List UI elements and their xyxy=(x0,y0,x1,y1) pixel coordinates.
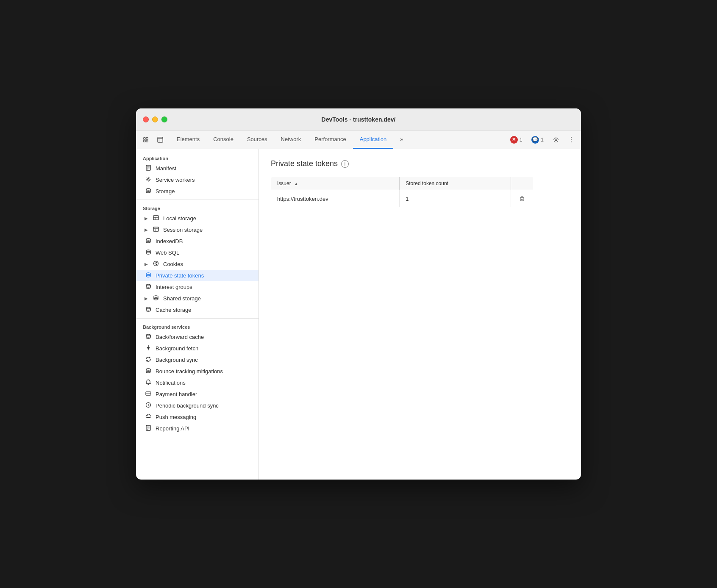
push-messaging-label: Push messaging xyxy=(156,414,196,420)
shared-storage-label: Shared storage xyxy=(163,295,201,302)
traffic-lights xyxy=(143,116,167,122)
payment-handler-label: Payment handler xyxy=(156,391,197,397)
interest-groups-label: Interest groups xyxy=(156,284,192,290)
settings-icon[interactable] xyxy=(550,133,562,146)
sort-asc-icon: ▲ xyxy=(294,181,298,186)
back-forward-cache-label: Back/forward cache xyxy=(156,334,204,340)
tab-console[interactable]: Console xyxy=(206,130,240,149)
svg-rect-14 xyxy=(153,216,158,220)
cell-actions xyxy=(511,190,534,208)
db-icon-3 xyxy=(145,272,152,279)
web-sql-label: Web SQL xyxy=(156,250,179,256)
db-icon-4 xyxy=(145,283,152,291)
svg-point-28 xyxy=(154,296,158,297)
card-icon xyxy=(145,391,152,398)
cell-issuer: https://trusttoken.dev xyxy=(271,190,400,208)
db-icon-7 xyxy=(145,333,152,341)
warn-count: 1 xyxy=(541,137,544,143)
sidebar-item-push-messaging[interactable]: Push messaging xyxy=(136,411,258,423)
col-issuer[interactable]: Issuer ▲ xyxy=(271,177,400,190)
error-icon: ✕ xyxy=(510,136,518,144)
sidebar-item-cookies[interactable]: ▶ Cookies xyxy=(136,258,258,270)
sidebar-item-web-sql[interactable]: Web SQL xyxy=(136,247,258,258)
inspect-icon[interactable] xyxy=(154,133,167,146)
notifications-label: Notifications xyxy=(156,380,186,386)
delete-button[interactable] xyxy=(517,194,527,204)
cookies-label: Cookies xyxy=(163,261,183,267)
svg-rect-4 xyxy=(158,137,163,142)
minimize-button[interactable] xyxy=(152,116,158,122)
arrow-icon: ▶ xyxy=(145,216,148,221)
table-icon-2 xyxy=(152,226,160,233)
content-area: Private state tokens i Issuer ▲ Stored t… xyxy=(259,149,581,480)
local-storage-label: Local storage xyxy=(163,215,196,222)
svg-point-21 xyxy=(146,250,150,252)
sync-icon xyxy=(145,356,152,363)
bounce-tracking-label: Bounce tracking mitigations xyxy=(156,368,223,374)
tab-performance[interactable]: Performance xyxy=(308,130,353,149)
session-storage-label: Session storage xyxy=(163,227,203,233)
toolbar: Elements Console Sources Network Perform… xyxy=(136,130,581,149)
sidebar-item-payment-handler[interactable]: Payment handler xyxy=(136,388,258,400)
sidebar-item-session-storage[interactable]: ▶ Session storage xyxy=(136,224,258,236)
close-button[interactable] xyxy=(143,116,149,122)
gear-icon xyxy=(145,176,152,183)
db-icon-2 xyxy=(145,249,152,256)
sidebar-item-back-forward-cache[interactable]: Back/forward cache xyxy=(136,331,258,343)
sidebar-item-storage-app[interactable]: Storage xyxy=(136,186,258,197)
background-sync-label: Background sync xyxy=(156,357,198,363)
svg-point-24 xyxy=(156,264,157,265)
divider-2 xyxy=(136,318,258,319)
svg-point-25 xyxy=(156,262,157,263)
sidebar-item-notifications[interactable]: Notifications xyxy=(136,377,258,388)
sidebar-item-bounce-tracking[interactable]: Bounce tracking mitigations xyxy=(136,366,258,377)
tab-more[interactable]: » xyxy=(393,130,410,149)
sidebar-item-indexeddb[interactable]: IndexedDB xyxy=(136,236,258,247)
tab-application[interactable]: Application xyxy=(353,130,394,149)
maximize-button[interactable] xyxy=(161,116,167,122)
info-icon[interactable]: i xyxy=(341,160,349,168)
background-section-label: Background services xyxy=(136,321,258,331)
sidebar-item-private-state-tokens[interactable]: Private state tokens xyxy=(136,270,258,281)
manifest-label: Manifest xyxy=(156,165,176,172)
content-title: Private state tokens i xyxy=(271,159,569,168)
tab-elements[interactable]: Elements xyxy=(170,130,206,149)
db-icon-8 xyxy=(145,368,152,375)
cell-token-count: 1 xyxy=(400,190,511,208)
cookie-icon xyxy=(152,261,160,268)
svg-rect-3 xyxy=(146,140,148,141)
sidebar-item-local-storage[interactable]: ▶ Local storage xyxy=(136,213,258,224)
col-issuer-label: Issuer xyxy=(277,180,291,186)
sidebar-item-cache-storage[interactable]: Cache storage xyxy=(136,304,258,316)
svg-point-33 xyxy=(146,369,150,370)
sidebar-item-shared-storage[interactable]: ▶ Shared storage xyxy=(136,293,258,304)
storage-section-label: Storage xyxy=(136,202,258,213)
window-title: DevTools - trusttoken.dev/ xyxy=(322,116,396,123)
tab-network[interactable]: Network xyxy=(274,130,308,149)
service-workers-label: Service workers xyxy=(156,177,195,183)
error-badge-button[interactable]: ✕ 1 xyxy=(507,135,526,145)
more-options-icon[interactable]: ⋮ xyxy=(565,133,578,146)
tab-sources[interactable]: Sources xyxy=(240,130,274,149)
sidebar-item-service-workers[interactable]: Service workers xyxy=(136,174,258,186)
sidebar-item-manifest[interactable]: Manifest xyxy=(136,163,258,174)
db-icon-5 xyxy=(152,295,160,302)
reporting-api-label: Reporting API xyxy=(156,425,189,432)
svg-point-27 xyxy=(146,284,150,286)
svg-point-22 xyxy=(154,261,158,266)
sidebar-item-interest-groups[interactable]: Interest groups xyxy=(136,281,258,293)
bell-icon xyxy=(145,379,152,386)
main-content: Application Manifest xyxy=(136,149,581,480)
table-row: https://trusttoken.dev 1 xyxy=(271,190,534,208)
divider-1 xyxy=(136,200,258,200)
svg-point-23 xyxy=(155,263,156,263)
sidebar-item-periodic-background-sync[interactable]: Periodic background sync xyxy=(136,400,258,411)
sidebar-item-reporting-api[interactable]: Reporting API xyxy=(136,423,258,434)
warn-badge-button[interactable]: 💬 1 xyxy=(528,135,547,145)
sidebar-item-background-fetch[interactable]: Background fetch xyxy=(136,343,258,354)
storage-icon xyxy=(145,188,152,195)
cursor-icon[interactable] xyxy=(139,133,152,146)
arrow-icon: ▶ xyxy=(145,262,148,266)
sidebar-item-background-sync[interactable]: Background sync xyxy=(136,354,258,366)
devtools-window: DevTools - trusttoken.dev/ E xyxy=(136,108,581,480)
